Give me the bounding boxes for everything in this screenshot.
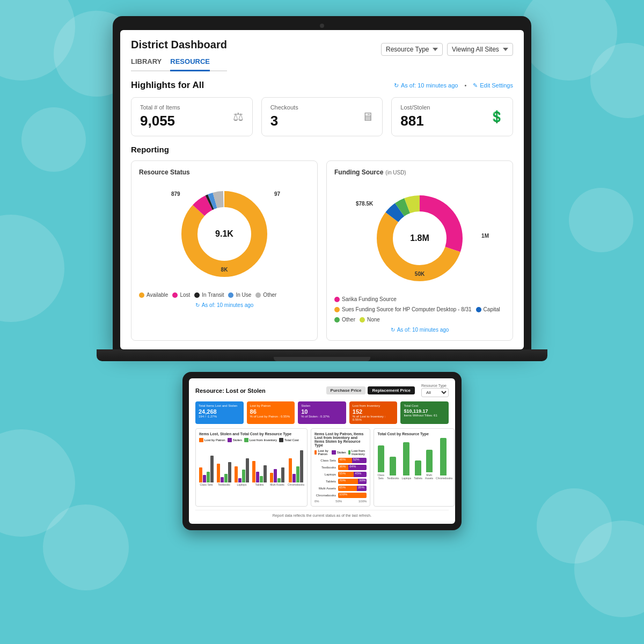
chart1-bars: Class Sets Textbooks — [199, 444, 304, 487]
tablet-metric-val-0: 24,268 — [199, 408, 240, 415]
resource-type-dropdown[interactable]: Resource Type — [381, 43, 443, 56]
bar-group-2: Laptops — [235, 458, 249, 486]
legend-dot-intransit — [194, 292, 200, 298]
hbar-row-3: Tablets 70% 30% — [314, 479, 367, 484]
device-icon: 🖥 — [362, 110, 374, 124]
dashboard-content: District Dashboard LIBRARY RESOURCE Reso… — [120, 30, 524, 349]
hbar-fill-3a: 70% — [338, 479, 358, 484]
hbar-row-2: Laptops 55% 45% — [314, 472, 367, 477]
tablet-metric-label-4: Total Cost — [404, 404, 445, 407]
tablet-metric-patron: Lost by Patron 86 % of Lost by Patron : … — [247, 401, 295, 424]
tablet-resource-dropdown[interactable]: All — [421, 388, 449, 397]
vbar-fill-5 — [440, 438, 447, 475]
hbar-row-0: Class Sets 48% 52% — [314, 458, 367, 463]
legend-sues: Sues Funding Source for HP Computer Desk… — [334, 306, 472, 312]
resource-status-chart: Resource Status 879 97 8K — [131, 160, 318, 341]
tablet-chart2: Items Lost by Patron, Items Lost from In… — [311, 428, 370, 507]
bar-1-cost — [228, 462, 231, 482]
donut-right-container: $78.5K 1M 50K — [334, 185, 505, 292]
refresh-button[interactable]: ↻ As of: 10 minutes ago — [394, 82, 458, 89]
legend-dot-available — [139, 292, 144, 298]
bar-4-inv — [277, 478, 281, 482]
edit-settings-button[interactable]: ✎ Edit Settings — [473, 82, 513, 89]
hbar-row-4: Multi Assets 65% 35% — [314, 486, 367, 491]
vbar-lbl-4: Multi Assets — [425, 473, 433, 480]
bar-5-stolen — [292, 474, 296, 482]
highlights-title: Highlights for All — [131, 80, 204, 91]
tab-library[interactable]: LIBRARY — [131, 55, 162, 70]
bar-2-cost — [246, 458, 249, 482]
donut-right-center: 1.8M — [410, 233, 429, 243]
tablet-metric-label-3: Lost from Inventory — [353, 404, 394, 407]
chart-right-subtitle: (in USD) — [385, 170, 406, 175]
tab-resource[interactable]: RESOURCE — [170, 55, 210, 71]
tablet-metric-sub-1: % of Lost by Patron : 0.55% — [250, 415, 292, 418]
filter-dropdowns: Resource Type Viewing All Sites — [381, 43, 513, 56]
bar-2-patron — [235, 466, 238, 482]
legend-none: None — [360, 317, 380, 323]
bar-label-3: Tablets — [255, 483, 264, 486]
funding-source-chart: Funding Source (in USD) $78.5K 1M 50K — [326, 160, 513, 341]
metric-value-1: 3 — [270, 113, 298, 129]
legend-patron: Lost by Patron — [199, 438, 225, 442]
bar-group-3: Tablets — [252, 461, 267, 486]
vbar-3: Tablets — [414, 460, 422, 480]
laptop-screen: District Dashboard LIBRARY RESOURCE Reso… — [113, 16, 531, 349]
hbar-fill-4a: 65% — [338, 486, 357, 491]
hbar-track-1: 36% 64% — [338, 465, 367, 470]
vbar-lbl-0: Class Sets — [377, 473, 384, 480]
chart3-bars: Class Sets Textbooks Laptops — [377, 438, 451, 481]
vbar-5: Chromebooks — [436, 438, 451, 480]
vbar-fill-3 — [415, 460, 421, 475]
hbar-fill-1b: 64% — [348, 465, 367, 470]
vbar-0: Class Sets — [377, 445, 384, 480]
hbar-track-3: 70% 30% — [338, 479, 367, 484]
tablet-chart3: Total Cost by Resource Type Class Sets T… — [374, 428, 455, 507]
metrics-row: Total # of Items 9,055 ⚖ Checkouts 3 🖥 — [131, 97, 513, 136]
legend2-b: Stolen — [332, 449, 346, 456]
vbar-2: Laptops — [401, 442, 411, 480]
legend-dot-sues — [334, 307, 340, 312]
label-8k: 8K — [221, 267, 228, 273]
sites-dropdown[interactable]: Viewing All Sites — [447, 43, 513, 56]
legend-dot-lost — [172, 292, 178, 298]
edit-icon: ✎ — [473, 82, 478, 89]
hbar-axis: 0%50%100% — [314, 500, 367, 503]
vbar-4: Multi Assets — [425, 450, 433, 480]
hbar-fill-5a: 100% — [338, 493, 367, 498]
purchase-price-button[interactable]: Purchase Price — [326, 386, 366, 394]
vbar-1: Textbooks — [387, 457, 399, 480]
vbar-fill-1 — [390, 457, 396, 475]
highlights-header: Highlights for All ↻ As of: 10 minutes a… — [131, 80, 513, 91]
donut-left-container: 879 97 8K — [139, 180, 310, 288]
hbar-fill-0b: 52% — [352, 458, 367, 463]
legend-dot-other-funding — [334, 317, 340, 323]
hbar-fill-4b: 35% — [357, 486, 367, 491]
legend-inventory: Lost from Inventory — [244, 438, 277, 442]
bar-0-patron — [199, 467, 202, 482]
chart-left-footer: ↻ As of: 10 minutes ago — [139, 302, 310, 308]
dashboard-title: District Dashboard — [131, 39, 227, 51]
legend-other-funding: Other — [334, 317, 355, 323]
hbar-track-4: 65% 35% — [338, 486, 367, 491]
hbar-fill-2b: 45% — [354, 472, 367, 477]
resource-type-control: Resource Type All — [421, 384, 449, 397]
dollar-icon: 💲 — [489, 110, 504, 124]
legend2-c: Lost from Inventory — [348, 449, 367, 456]
bar-label-0: Class Sets — [200, 483, 213, 486]
tablet-chart3-title: Total Cost by Resource Type — [377, 432, 451, 436]
tablet-metric-inventory: Lost from Inventory 152 % of Lost to Inv… — [349, 401, 398, 424]
donut-left-center: 9.1K — [215, 229, 233, 239]
hbar-label-3: Tablets — [314, 480, 336, 483]
bar-0-cost — [210, 456, 214, 482]
vbar-lbl-5: Chromebooks — [436, 477, 451, 480]
laptop-camera — [320, 24, 324, 28]
replacement-price-button[interactable]: Replacement Price — [368, 386, 415, 394]
chart2-legend: Lost by Patron Stolen Lost from Inventor… — [314, 449, 367, 456]
bar-group-1: Textbooks — [217, 462, 231, 486]
bar-3-cost — [264, 465, 267, 482]
tablet-metric-label-2: Stolen — [301, 404, 343, 407]
tablet-controls: Purchase Price Replacement Price Resourc… — [326, 384, 449, 397]
bar-group-0: Class Sets — [199, 456, 214, 486]
resource-type-label: Resource Type — [421, 384, 449, 387]
